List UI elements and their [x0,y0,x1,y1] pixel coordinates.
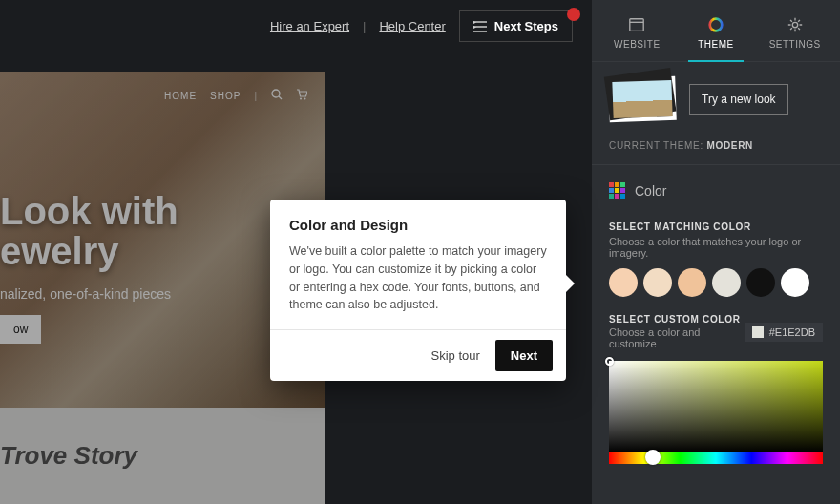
svg-point-4 [710,19,723,32]
hero-subline: nalized, one-of-a-kind pieces [0,286,171,302]
matching-color-label: SELECT MATCHING COLOR [592,208,840,234]
swatch-1[interactable] [609,268,638,297]
list-icon [473,21,487,32]
hire-expert-link[interactable]: Hire an Expert [270,19,349,33]
matching-color-desc: Choose a color that matches your logo or… [592,234,840,268]
next-steps-button[interactable]: Next Steps [459,10,573,42]
help-center-link[interactable]: Help Center [379,19,445,33]
hex-value: #E1E2DB [769,326,815,338]
color-picker-area[interactable] [609,361,823,452]
nav-home[interactable]: HOME [164,91,197,101]
swatch-6[interactable] [781,268,809,297]
right-panel: WEBSITE THEME SETTINGS Try a new look CU… [592,0,840,504]
tour-popover: Color and Design We've built a color pal… [270,200,566,381]
tab-theme[interactable]: THEME [677,16,756,61]
popover-arrow [565,274,575,293]
popover-title: Color and Design [289,217,547,233]
matching-swatches [592,268,840,301]
hero-headline: Look with ewelry [0,191,178,271]
svg-point-2 [304,98,306,100]
swatch-3[interactable] [678,268,706,297]
panel-tabs: WEBSITE THEME SETTINGS [592,0,840,62]
tab-settings-label: SETTINGS [769,39,821,50]
svg-point-1 [300,98,302,100]
swatch-4[interactable] [712,268,741,297]
hero-cta-button[interactable]: ow [0,315,41,344]
color-ring-icon [707,16,724,33]
gear-icon [787,16,804,33]
hero-headline-line2: ewelry [0,231,178,271]
color-section-header[interactable]: Color [592,165,840,208]
next-button[interactable]: Next [495,340,553,371]
custom-color-label: SELECT CUSTOM COLOR [609,314,745,325]
try-new-look-button[interactable]: Try a new look [689,84,788,115]
tab-website-label: WEBSITE [614,39,661,50]
hue-slider[interactable] [609,452,823,464]
tab-settings[interactable]: SETTINGS [755,16,834,61]
hero-nav: HOME SHOP | [164,89,307,102]
color-heading-label: Color [635,183,666,199]
next-steps-label: Next Steps [494,19,558,33]
color-grid-icon [609,182,625,199]
swatch-2[interactable] [643,268,672,297]
theme-preview-row: Try a new look [592,62,840,136]
current-theme-value: MODERN [706,140,753,151]
current-theme-line: CURRENT THEME: MODERN [592,136,840,165]
nav-divider: | [254,91,258,101]
current-theme-label: CURRENT THEME: [609,140,704,151]
popover-body: We've built a color palette to match you… [289,242,547,314]
story-section: Trove Story [0,408,325,504]
svg-rect-3 [630,19,643,32]
cart-icon[interactable] [296,89,307,102]
hue-slider-knob[interactable] [645,450,661,465]
hex-chip [752,326,764,338]
theme-thumbnail[interactable] [608,76,677,122]
hex-input[interactable]: #E1E2DB [745,323,823,342]
search-icon[interactable] [271,89,283,102]
custom-color-row: SELECT CUSTOM COLOR Choose a color and c… [592,301,840,351]
custom-color-desc: Choose a color and customize [609,325,745,349]
top-bar: Hire an Expert | Help Center Next Steps [0,0,592,52]
color-picker-knob[interactable] [605,357,614,366]
browser-icon [628,16,645,33]
nav-shop[interactable]: SHOP [210,91,241,101]
hero-headline-line1: Look with [0,191,178,231]
tab-theme-label: THEME [698,39,734,50]
svg-point-0 [272,90,280,97]
svg-point-5 [792,22,797,27]
swatch-5[interactable] [746,268,775,297]
topbar-separator: | [363,19,366,33]
notification-badge[interactable] [567,8,580,21]
tab-website[interactable]: WEBSITE [598,16,677,61]
skip-tour-button[interactable]: Skip tour [431,348,480,363]
